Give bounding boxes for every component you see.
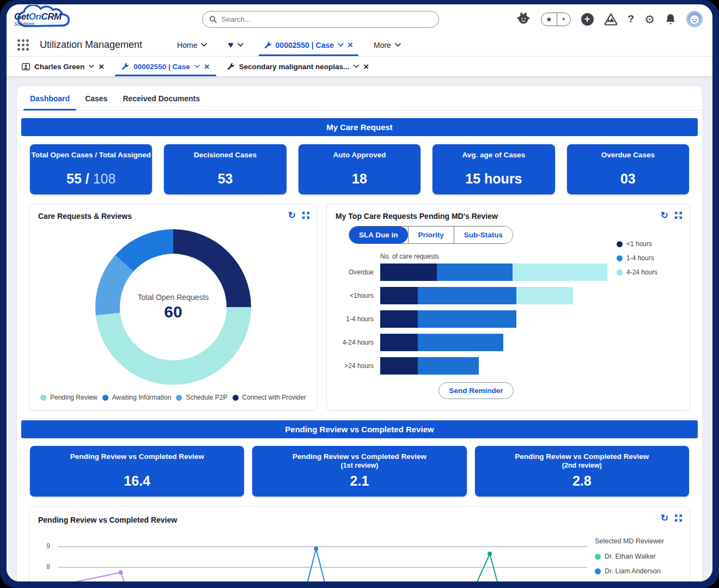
toggle-sla-due-in[interactable]: SLA Due in — [349, 226, 408, 243]
chevron-down-icon[interactable] — [395, 43, 401, 47]
einstein-assistant-icon[interactable] — [516, 13, 531, 26]
subtab-contact[interactable]: Charles Green × — [14, 57, 112, 76]
line-legend: Selected MD Reviewer Dr. Ethan Walker Dr… — [587, 537, 681, 581]
expand-icon[interactable] — [675, 514, 682, 522]
bar-legend: <1 hours 1-4 hours 4-24 hours — [617, 226, 681, 403]
stacked-bars: Overdue<1hours1-4 hours4-24 hours>24 hou… — [336, 264, 617, 375]
page-content: Dashboard Cases Received Documents My Ca… — [7, 77, 712, 581]
bar-segment — [513, 264, 607, 281]
chevron-down-icon[interactable] — [89, 65, 94, 68]
app-window: GetOnCRM Solutions ★ ▼ — [7, 4, 712, 581]
user-avatar[interactable] — [686, 11, 703, 27]
kpi-pending-vs-completed-1st: Pending Review vs Completed Review (1st … — [252, 446, 466, 497]
bar-category-label: Overdue — [336, 268, 374, 276]
chevron-down-icon[interactable] — [338, 43, 344, 47]
trailhead-icon[interactable] — [604, 13, 618, 26]
bar-track — [380, 264, 617, 281]
chart-title: Care Requests & Reviews — [38, 212, 308, 220]
data-point — [488, 552, 492, 556]
bar-segment — [380, 357, 418, 375]
send-reminder-button[interactable]: Send Reminder — [438, 382, 513, 399]
bar-category-label: 4-24 hours — [336, 339, 374, 346]
heart-icon[interactable]: ♥ — [228, 40, 233, 51]
bar-category-label: >24 hours — [336, 362, 374, 370]
close-icon[interactable]: × — [204, 62, 210, 71]
donut-center-label: Total Open Requests — [138, 293, 209, 302]
bar-chart-toggle: SLA Due in Priority Sub-Status — [349, 226, 513, 244]
tab-received-documents[interactable]: Received Documents — [116, 94, 206, 110]
bar-track — [380, 310, 617, 328]
refresh-icon[interactable]: ↻ — [288, 211, 296, 220]
brand-logo: GetOnCRM Solutions — [14, 12, 74, 27]
legend-item: Dr. Liam Anderson — [595, 567, 681, 575]
tab-cases[interactable]: Cases — [78, 94, 114, 110]
tab-dashboard[interactable]: Dashboard — [23, 94, 76, 110]
favorites-control[interactable]: ★ ▼ — [541, 13, 571, 26]
data-point — [314, 547, 318, 551]
refresh-icon[interactable]: ↻ — [661, 211, 668, 220]
review-kpi-row: Pending Review vs Completed Review 16.4 … — [21, 446, 698, 497]
setup-gear-icon[interactable]: ⚙ — [644, 14, 655, 25]
data-point — [119, 570, 123, 574]
bar-track — [380, 287, 617, 304]
global-header: GetOnCRM Solutions ★ ▼ — [7, 4, 712, 34]
legend-item: 4-24 hours — [617, 268, 681, 276]
bar-row: 1-4 hours — [336, 310, 617, 328]
expand-icon[interactable] — [675, 212, 682, 219]
global-search[interactable] — [202, 11, 439, 28]
legend-item: Pending Review — [40, 394, 98, 401]
bar-row: 4-24 hours — [336, 334, 617, 351]
nav-home[interactable]: Home — [168, 34, 216, 56]
notifications-bell-icon[interactable] — [665, 13, 676, 25]
y-tick: 9 — [46, 542, 50, 550]
help-icon[interactable]: ? — [628, 13, 635, 25]
line-y-axis: 9 8 — [38, 537, 58, 581]
legend-item: <1 hours — [617, 240, 681, 248]
care-requests-reviews-card: Care Requests & Reviews ↻ Total O — [29, 204, 318, 411]
donut-legend: Pending Review Awaiting Information Sche… — [38, 394, 308, 402]
legend-item: Schedule P2P — [176, 394, 227, 401]
nav-more[interactable]: More — [365, 34, 410, 56]
pending-vs-completed-banner: Pending Review vs Completed Review — [21, 420, 698, 438]
refresh-icon[interactable]: ↻ — [661, 513, 668, 523]
close-icon[interactable]: × — [348, 40, 353, 50]
legend-item: 1-4 hours — [617, 254, 681, 262]
kpi-total-open-cases: Total Open Cases / Total Assigned 55 / 1… — [30, 144, 152, 194]
bar-row: >24 hours — [336, 357, 617, 375]
favorite-star-icon[interactable]: ★ — [541, 13, 557, 26]
chevron-down-icon[interactable] — [201, 43, 207, 47]
bar-track — [380, 357, 617, 375]
app-title: Utilization Management — [40, 39, 142, 51]
bar-category-label: 1-4 hours — [336, 315, 374, 323]
app-launcher-icon[interactable] — [17, 39, 29, 51]
chevron-down-icon[interactable] — [237, 43, 243, 47]
chevron-down-icon[interactable] — [194, 65, 200, 68]
wrench-icon — [121, 63, 129, 70]
bar-segment — [380, 287, 418, 304]
chevron-down-icon[interactable] — [354, 65, 359, 68]
brand-name: GetOnCRM — [14, 12, 74, 21]
bar-segment — [418, 287, 516, 304]
close-icon[interactable]: × — [363, 62, 369, 71]
subtab-case[interactable]: 00002550 | Case × — [114, 57, 217, 76]
top-care-requests-card: My Top Care Requests Pending MD's Review… — [326, 204, 690, 411]
legend-item: Connect with Provider — [233, 394, 306, 401]
bar-segment — [418, 310, 516, 328]
search-input[interactable] — [221, 15, 432, 23]
bar-category-label: <1hours — [336, 292, 374, 299]
close-icon[interactable]: × — [99, 62, 104, 71]
expand-icon[interactable] — [302, 212, 309, 219]
nav-favorites[interactable]: ♥ — [219, 34, 252, 56]
bar-segment — [516, 287, 573, 304]
nav-tab-case[interactable]: 00002550 | Case × — [255, 34, 362, 56]
dashboard-tabs: Dashboard Cases Received Documents — [17, 86, 702, 111]
kpi-row: Total Open Cases / Total Assigned 55 / 1… — [21, 144, 698, 194]
global-add-icon[interactable]: + — [581, 13, 594, 26]
subtab-diagnosis[interactable]: Secondary malignant neoplas... × — [220, 57, 377, 76]
favorites-dropdown-icon[interactable]: ▼ — [557, 13, 570, 26]
toggle-priority[interactable]: Priority — [408, 226, 454, 243]
bar-segment — [418, 357, 478, 375]
bar-segment — [380, 334, 418, 351]
toggle-sub-status[interactable]: Sub-Status — [454, 226, 513, 243]
brand-subtitle: Solutions — [14, 22, 74, 27]
